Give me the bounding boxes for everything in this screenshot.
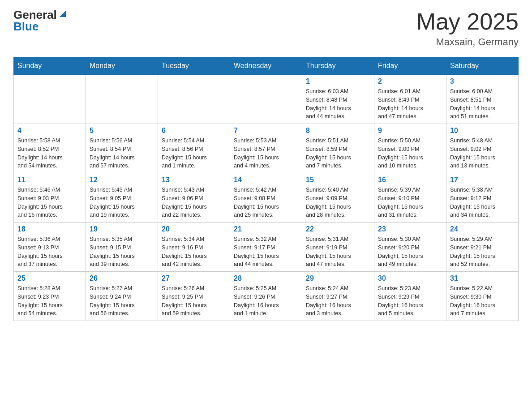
calendar-cell: 31Sunrise: 5:22 AMSunset: 9:30 PMDayligh… — [446, 272, 519, 321]
day-info: Sunrise: 6:03 AMSunset: 8:48 PMDaylight:… — [306, 87, 370, 121]
day-number: 11 — [17, 176, 82, 184]
calendar-cell: 24Sunrise: 5:29 AMSunset: 9:21 PMDayligh… — [446, 223, 519, 272]
days-of-week-row: SundayMondayTuesdayWednesdayThursdayFrid… — [14, 57, 519, 75]
day-number: 19 — [90, 225, 154, 233]
week-row-1: 1Sunrise: 6:03 AMSunset: 8:48 PMDaylight… — [14, 75, 519, 124]
location-subtitle: Maxsain, Germany — [416, 36, 519, 48]
calendar-cell: 17Sunrise: 5:38 AMSunset: 9:12 PMDayligh… — [446, 173, 519, 223]
calendar-cell: 20Sunrise: 5:34 AMSunset: 9:16 PMDayligh… — [158, 223, 230, 272]
calendar-cell: 11Sunrise: 5:46 AMSunset: 9:03 PMDayligh… — [14, 173, 86, 223]
day-number: 30 — [378, 274, 442, 283]
calendar-cell: 5Sunrise: 5:56 AMSunset: 8:54 PMDaylight… — [86, 124, 158, 173]
day-info: Sunrise: 5:28 AMSunset: 9:23 PMDaylight:… — [17, 284, 82, 318]
calendar-cell — [230, 75, 302, 124]
calendar-cell: 21Sunrise: 5:32 AMSunset: 9:17 PMDayligh… — [230, 223, 302, 272]
day-info: Sunrise: 5:23 AMSunset: 9:29 PMDaylight:… — [378, 284, 442, 318]
day-number: 17 — [450, 176, 515, 184]
day-info: Sunrise: 5:29 AMSunset: 9:21 PMDaylight:… — [450, 235, 515, 269]
day-info: Sunrise: 5:39 AMSunset: 9:10 PMDaylight:… — [378, 186, 442, 219]
day-info: Sunrise: 6:01 AMSunset: 8:49 PMDaylight:… — [378, 87, 442, 121]
day-number: 5 — [90, 127, 154, 135]
day-info: Sunrise: 5:51 AMSunset: 8:59 PMDaylight:… — [306, 137, 370, 170]
calendar-cell — [86, 75, 158, 124]
calendar-cell: 6Sunrise: 5:54 AMSunset: 8:56 PMDaylight… — [158, 124, 230, 173]
day-number: 16 — [378, 176, 442, 184]
day-number: 29 — [306, 274, 370, 283]
day-of-week-thursday: Thursday — [302, 57, 374, 75]
day-number: 9 — [378, 127, 442, 135]
day-of-week-friday: Friday — [374, 57, 446, 75]
day-of-week-saturday: Saturday — [446, 57, 519, 75]
day-info: Sunrise: 5:53 AMSunset: 8:57 PMDaylight:… — [234, 137, 298, 170]
calendar-cell: 23Sunrise: 5:30 AMSunset: 9:20 PMDayligh… — [374, 223, 446, 272]
calendar-table: SundayMondayTuesdayWednesdayThursdayFrid… — [13, 57, 519, 321]
day-number: 1 — [306, 77, 370, 86]
day-info: Sunrise: 5:48 AMSunset: 9:02 PMDaylight:… — [450, 137, 515, 170]
calendar-cell: 7Sunrise: 5:53 AMSunset: 8:57 PMDaylight… — [230, 124, 302, 173]
calendar-cell: 16Sunrise: 5:39 AMSunset: 9:10 PMDayligh… — [374, 173, 446, 223]
logo-blue-text: Blue — [13, 20, 39, 33]
day-of-week-monday: Monday — [86, 57, 158, 75]
day-info: Sunrise: 5:45 AMSunset: 9:05 PMDaylight:… — [90, 186, 154, 219]
calendar-cell: 19Sunrise: 5:35 AMSunset: 9:15 PMDayligh… — [86, 223, 158, 272]
svg-marker-0 — [60, 11, 66, 17]
calendar-cell: 15Sunrise: 5:40 AMSunset: 9:09 PMDayligh… — [302, 173, 374, 223]
calendar-cell: 10Sunrise: 5:48 AMSunset: 9:02 PMDayligh… — [446, 124, 519, 173]
calendar-cell: 29Sunrise: 5:24 AMSunset: 9:27 PMDayligh… — [302, 272, 374, 321]
day-info: Sunrise: 6:00 AMSunset: 8:51 PMDaylight:… — [450, 87, 515, 121]
day-info: Sunrise: 5:24 AMSunset: 9:27 PMDaylight:… — [306, 284, 370, 318]
title-section: May 2025 Maxsain, Germany — [416, 9, 519, 48]
logo: General Blue — [13, 9, 68, 32]
day-info: Sunrise: 5:38 AMSunset: 9:12 PMDaylight:… — [450, 186, 515, 219]
day-number: 24 — [450, 225, 515, 233]
day-number: 2 — [378, 77, 442, 86]
calendar-cell: 28Sunrise: 5:25 AMSunset: 9:26 PMDayligh… — [230, 272, 302, 321]
day-number: 31 — [450, 274, 515, 283]
calendar-cell: 27Sunrise: 5:26 AMSunset: 9:25 PMDayligh… — [158, 272, 230, 321]
day-number: 18 — [17, 225, 82, 233]
day-of-week-wednesday: Wednesday — [230, 57, 302, 75]
day-number: 25 — [17, 274, 82, 283]
calendar-cell — [158, 75, 230, 124]
calendar-cell: 4Sunrise: 5:58 AMSunset: 8:52 PMDaylight… — [14, 124, 86, 173]
day-info: Sunrise: 5:58 AMSunset: 8:52 PMDaylight:… — [17, 137, 82, 170]
calendar-cell: 13Sunrise: 5:43 AMSunset: 9:06 PMDayligh… — [158, 173, 230, 223]
day-number: 23 — [378, 225, 442, 233]
calendar-cell: 25Sunrise: 5:28 AMSunset: 9:23 PMDayligh… — [14, 272, 86, 321]
calendar-cell: 2Sunrise: 6:01 AMSunset: 8:49 PMDaylight… — [374, 75, 446, 124]
day-number: 15 — [306, 176, 370, 184]
calendar-cell: 12Sunrise: 5:45 AMSunset: 9:05 PMDayligh… — [86, 173, 158, 223]
month-year-title: May 2025 — [416, 9, 519, 34]
logo-triangle-icon — [58, 9, 68, 19]
day-number: 10 — [450, 127, 515, 135]
calendar-cell: 26Sunrise: 5:27 AMSunset: 9:24 PMDayligh… — [86, 272, 158, 321]
day-info: Sunrise: 5:35 AMSunset: 9:15 PMDaylight:… — [90, 235, 154, 269]
day-info: Sunrise: 5:56 AMSunset: 8:54 PMDaylight:… — [90, 137, 154, 170]
day-info: Sunrise: 5:31 AMSunset: 9:19 PMDaylight:… — [306, 235, 370, 269]
day-number: 21 — [234, 225, 298, 233]
calendar-body: 1Sunrise: 6:03 AMSunset: 8:48 PMDaylight… — [14, 75, 519, 321]
day-info: Sunrise: 5:40 AMSunset: 9:09 PMDaylight:… — [306, 186, 370, 219]
day-info: Sunrise: 5:54 AMSunset: 8:56 PMDaylight:… — [162, 137, 226, 170]
day-info: Sunrise: 5:27 AMSunset: 9:24 PMDaylight:… — [90, 284, 154, 318]
calendar-cell: 9Sunrise: 5:50 AMSunset: 9:00 PMDaylight… — [374, 124, 446, 173]
day-number: 26 — [90, 274, 154, 283]
day-number: 6 — [162, 127, 226, 135]
day-info: Sunrise: 5:22 AMSunset: 9:30 PMDaylight:… — [450, 284, 515, 318]
calendar-cell: 1Sunrise: 6:03 AMSunset: 8:48 PMDaylight… — [302, 75, 374, 124]
calendar-cell: 8Sunrise: 5:51 AMSunset: 8:59 PMDaylight… — [302, 124, 374, 173]
calendar-header: SundayMondayTuesdayWednesdayThursdayFrid… — [14, 57, 519, 75]
day-number: 27 — [162, 274, 226, 283]
day-number: 22 — [306, 225, 370, 233]
day-number: 20 — [162, 225, 226, 233]
week-row-5: 25Sunrise: 5:28 AMSunset: 9:23 PMDayligh… — [14, 272, 519, 321]
day-info: Sunrise: 5:26 AMSunset: 9:25 PMDaylight:… — [162, 284, 226, 318]
day-info: Sunrise: 5:25 AMSunset: 9:26 PMDaylight:… — [234, 284, 298, 318]
week-row-4: 18Sunrise: 5:36 AMSunset: 9:13 PMDayligh… — [14, 223, 519, 272]
calendar-cell: 18Sunrise: 5:36 AMSunset: 9:13 PMDayligh… — [14, 223, 86, 272]
page-header: General Blue May 2025 Maxsain, Germany — [13, 9, 519, 48]
day-number: 14 — [234, 176, 298, 184]
calendar-cell: 30Sunrise: 5:23 AMSunset: 9:29 PMDayligh… — [374, 272, 446, 321]
day-info: Sunrise: 5:42 AMSunset: 9:08 PMDaylight:… — [234, 186, 298, 219]
logo-general-text: General — [13, 9, 57, 21]
